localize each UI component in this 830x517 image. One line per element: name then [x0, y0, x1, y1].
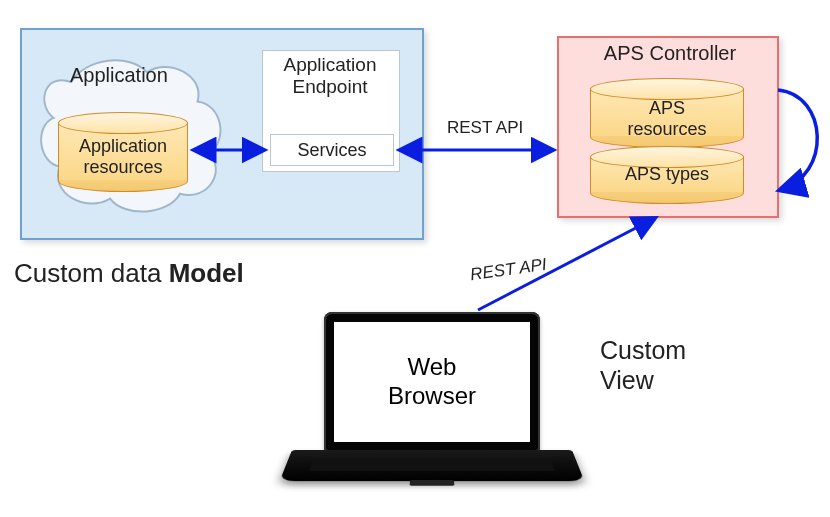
- aps-resources-cylinder: APS resources: [590, 78, 744, 146]
- arrow-aps-loop: [778, 90, 817, 190]
- rest-api-label-browser-to-aps: REST API: [469, 255, 548, 285]
- application-resources-label: Application resources: [58, 136, 188, 177]
- aps-types-label: APS types: [590, 164, 744, 185]
- application-endpoint-title: Application Endpoint: [268, 54, 392, 98]
- application-label: Application: [70, 64, 215, 87]
- services-box: Services: [270, 134, 394, 166]
- custom-data-model-caption: Custom data Model: [14, 258, 244, 289]
- web-browser-label: Web Browser: [388, 353, 476, 411]
- laptop-icon: Web Browser: [292, 312, 572, 507]
- rest-api-label-model-to-aps: REST API: [447, 118, 523, 138]
- aps-resources-label: APS resources: [590, 98, 744, 139]
- aps-types-cylinder: APS types: [590, 146, 744, 202]
- services-label: Services: [297, 140, 366, 161]
- custom-view-label: Custom View: [600, 335, 686, 395]
- caption-prefix: Custom data: [14, 258, 169, 288]
- application-resources-cylinder: Application resources: [58, 112, 188, 190]
- laptop-screen: Web Browser: [334, 322, 530, 442]
- diagram-canvas: Application Application resources Applic…: [0, 0, 830, 517]
- caption-bold: Model: [169, 258, 244, 288]
- aps-controller-title: APS Controller: [590, 42, 750, 65]
